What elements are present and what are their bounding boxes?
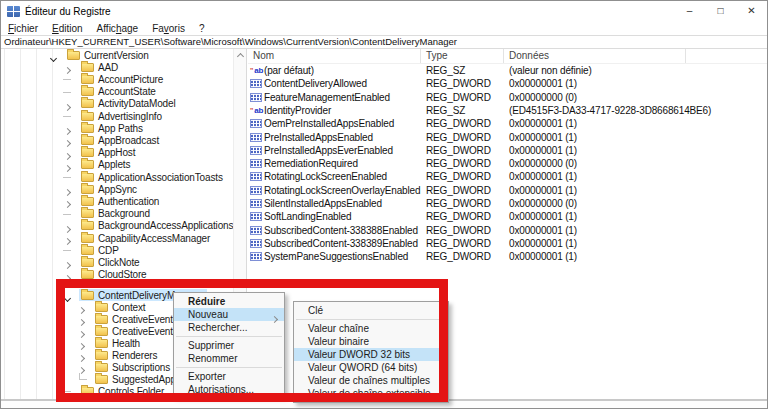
tree-item-backgroundaccessapplications[interactable]: BackgroundAccessApplications	[1, 220, 247, 232]
registry-value-row[interactable]: SystemPaneSuggestionsEnabledREG_DWORD0x0…	[248, 250, 767, 263]
registry-value-row[interactable]: OemPreInstalledAppsEnabledREG_DWORD0x000…	[248, 117, 767, 130]
registry-value-row[interactable]: abIdentityProviderREG_SZ(ED4515F3-DA33-4…	[248, 104, 767, 117]
tree-item-clicknote[interactable]: ClickNote	[1, 256, 247, 268]
dword-value-icon	[250, 252, 262, 261]
value-data: 0x00000001 (1)	[504, 145, 767, 156]
tree-item-label: App Paths	[98, 123, 143, 134]
value-name: OemPreInstalledAppsEnabled	[264, 118, 421, 129]
value-data: 0x00000001 (1)	[504, 251, 767, 262]
folder-icon	[81, 75, 94, 84]
folder-icon	[81, 160, 94, 169]
value-type: REG_DWORD	[421, 118, 504, 129]
value-type: REG_DWORD	[421, 185, 504, 196]
value-name: ContentDeliveryAllowed	[264, 78, 421, 89]
value-name: RemediationRequired	[264, 158, 421, 169]
menu-bar: FichierEditionAffichageFavoris?	[1, 21, 767, 35]
registry-app-icon	[7, 6, 20, 17]
tree-item-currentversion[interactable]: CurrentVersion	[1, 49, 247, 61]
value-name: RotatingLockScreenOverlayEnabled	[264, 185, 421, 196]
registry-value-row[interactable]: PreInstalledAppsEnabledREG_DWORD0x000000…	[248, 131, 767, 144]
registry-value-row[interactable]: PreInstalledAppsEverEnabledREG_DWORD0x00…	[248, 144, 767, 157]
tree-item-label: CurrentVersion	[84, 50, 149, 61]
registry-value-row[interactable]: SoftLandingEnabledREG_DWORD0x00000001 (1…	[248, 210, 767, 223]
tree-item-authentication[interactable]: Authentication	[1, 195, 247, 207]
menu-?[interactable]: ?	[192, 23, 212, 34]
tree-item-label: CDP	[98, 245, 119, 256]
dword-value-icon	[250, 119, 262, 128]
folder-icon	[81, 112, 94, 121]
tree-item-background[interactable]: Background	[1, 208, 247, 220]
tree-item-appbroadcast[interactable]: AppBroadcast	[1, 134, 247, 146]
registry-value-row[interactable]: ab(par défaut)REG_SZ(valeur non définie)	[248, 64, 767, 77]
dword-value-icon	[250, 146, 262, 155]
value-type: REG_SZ	[421, 65, 504, 76]
tree-item-label: AppHost	[98, 147, 135, 158]
address-bar-input[interactable]: Ordinateur\HKEY_CURRENT_USER\Software\Mi…	[1, 35, 767, 49]
folder-icon	[81, 87, 94, 96]
tree-item-appsync[interactable]: AppSync	[1, 183, 247, 195]
folder-icon	[81, 63, 94, 72]
registry-value-row[interactable]: SilentInstalledAppsEnabledREG_DWORD0x000…	[248, 197, 767, 210]
menu-affichage[interactable]: Affichage	[90, 23, 146, 34]
dword-value-icon	[250, 159, 262, 168]
tree-item-accountpicture[interactable]: AccountPicture	[1, 73, 247, 85]
value-type: REG_DWORD	[421, 78, 504, 89]
value-data: 0x00000000 (0)	[504, 158, 767, 169]
column-header-name[interactable]: Nom	[248, 49, 421, 63]
tree-item-app-paths[interactable]: App Paths	[1, 122, 247, 134]
tree-connector	[63, 177, 71, 178]
close-button[interactable]: ✕	[736, 1, 767, 21]
column-header-data[interactable]: Données	[504, 49, 686, 63]
tree-item-aad[interactable]: AAD	[1, 61, 247, 73]
value-type: REG_DWORD	[421, 198, 504, 209]
registry-value-row[interactable]: ContentDeliveryAllowedREG_DWORD0x0000000…	[248, 77, 767, 90]
value-type: REG_DWORD	[421, 251, 504, 262]
menu-favoris[interactable]: Favoris	[145, 23, 192, 34]
value-data: 0x00000000 (0)	[504, 92, 767, 103]
minimize-button[interactable]: –	[674, 1, 705, 21]
folder-icon	[81, 185, 94, 194]
registry-value-row[interactable]: SubscribedContent-338388EnabledREG_DWORD…	[248, 224, 767, 237]
tree-item-capabilityaccessmanager[interactable]: CapabilityAccessManager	[1, 232, 247, 244]
dword-value-icon	[250, 212, 262, 221]
registry-editor-window: Éditeur du Registre – □ ✕ FichierEdition…	[0, 0, 768, 409]
window-title: Éditeur du Registre	[25, 6, 111, 17]
registry-value-row[interactable]: FeatureManagementEnabledREG_DWORD0x00000…	[248, 91, 767, 104]
string-value-icon: ab	[250, 106, 263, 115]
tree-item-activitydatamodel[interactable]: ActivityDataModel	[1, 98, 247, 110]
menu-fichier[interactable]: Fichier	[1, 23, 45, 34]
tree-connector	[63, 79, 71, 80]
value-data: 0x00000001 (1)	[504, 132, 767, 143]
folder-icon	[81, 221, 94, 230]
registry-value-row[interactable]: RemediationRequiredREG_DWORD0x00000000 (…	[248, 157, 767, 170]
dword-value-icon	[250, 239, 262, 248]
title-bar: Éditeur du Registre – □ ✕	[1, 1, 767, 21]
tree-item-apphost[interactable]: AppHost	[1, 147, 247, 159]
value-type: REG_DWORD	[421, 145, 504, 156]
tree-item-label: Background	[98, 208, 150, 219]
tree-item-applicationassociationtoasts[interactable]: ApplicationAssociationToasts	[1, 171, 247, 183]
folder-icon	[81, 197, 94, 206]
registry-value-row[interactable]: RotatingLockScreenEnabledREG_DWORD0x0000…	[248, 170, 767, 183]
tree-item-cdp[interactable]: CDP	[1, 244, 247, 256]
value-type: REG_DWORD	[421, 238, 504, 249]
registry-value-row[interactable]: RotatingLockScreenOverlayEnabledREG_DWOR…	[248, 184, 767, 197]
registry-value-row[interactable]: SubscribedContent-338389EnabledREG_DWORD…	[248, 237, 767, 250]
value-name: (par défaut)	[264, 65, 421, 76]
column-header-type[interactable]: Type	[421, 49, 504, 63]
tree-item-accountstate[interactable]: AccountState	[1, 86, 247, 98]
dword-value-icon	[250, 172, 262, 181]
value-name: PreInstalledAppsEverEnabled	[264, 145, 421, 156]
tree-item-advertisinginfo[interactable]: AdvertisingInfo	[1, 110, 247, 122]
maximize-button[interactable]: □	[705, 1, 736, 21]
dword-value-icon	[250, 186, 262, 195]
tree-item-label: AAD	[98, 62, 118, 73]
value-data: 0x00000001 (1)	[504, 118, 767, 129]
tree-item-label: Applets	[98, 159, 130, 170]
value-data: 0x00000001 (1)	[504, 78, 767, 89]
menu-edition[interactable]: Edition	[45, 23, 90, 34]
tree-item-applets[interactable]: Applets	[1, 159, 247, 171]
scroll-up-icon[interactable]	[237, 53, 244, 60]
value-type: REG_DWORD	[421, 171, 504, 182]
value-name: SoftLandingEnabled	[264, 211, 421, 222]
